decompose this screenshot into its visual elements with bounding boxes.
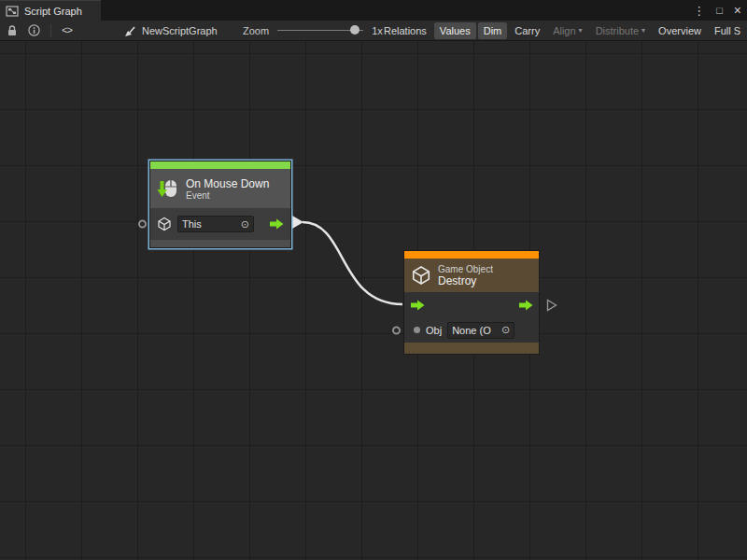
dim-button[interactable]: Dim xyxy=(478,22,508,39)
carry-button[interactable]: Carry xyxy=(509,22,545,39)
flow-output-port[interactable] xyxy=(518,300,533,311)
zoom-label: Zoom xyxy=(243,25,269,36)
value-input-port[interactable] xyxy=(138,220,147,229)
code-icon[interactable]: <> xyxy=(62,25,72,36)
tab-title: Script Graph xyxy=(24,6,82,17)
info-icon[interactable] xyxy=(28,24,40,36)
node-subtitle: Event xyxy=(186,190,269,201)
node-header[interactable]: On Mouse Down Event xyxy=(150,169,290,208)
gameobject-accent-strip xyxy=(404,251,539,259)
script-graph-icon xyxy=(6,5,19,18)
node-title: Destroy xyxy=(438,274,493,287)
align-button: Align ▾ xyxy=(547,22,587,39)
graph-name-group[interactable]: NewScriptGraph xyxy=(123,21,218,40)
obj-port-row: Obj None (O ⊙ xyxy=(404,317,539,343)
window-menu-icon[interactable]: ⋮ xyxy=(693,5,705,17)
tab-script-graph[interactable]: Script Graph xyxy=(0,0,101,21)
distribute-label: Distribute xyxy=(596,25,639,36)
script-graph-window: Script Graph ⋮ □ × <> xyxy=(0,0,747,560)
graph-canvas[interactable]: On Mouse Down Event This ⊙ xyxy=(0,41,747,560)
target-object-field[interactable]: This ⊙ xyxy=(177,216,254,232)
zoom-group: Zoom 1x xyxy=(243,21,383,40)
node-header[interactable]: Game Object Destroy xyxy=(404,259,539,292)
toolbar-separator xyxy=(50,24,51,37)
flow-output-port[interactable] xyxy=(269,218,284,230)
obj-port-dot-icon xyxy=(414,327,420,333)
node-footer xyxy=(150,240,290,247)
target-object-value: This xyxy=(182,218,202,230)
fullscreen-button[interactable]: Full S xyxy=(709,22,746,39)
relations-button[interactable]: Relations xyxy=(378,22,432,39)
game-object-icon xyxy=(411,265,431,286)
maximize-icon[interactable]: □ xyxy=(716,6,723,16)
toolbar-buttons: Relations Values Dim Carry Align ▾ Distr… xyxy=(377,21,747,40)
wire-arrowhead-icon xyxy=(292,216,303,229)
window-controls: ⋮ □ × xyxy=(693,0,741,21)
object-picker-icon[interactable]: ⊙ xyxy=(241,219,249,230)
wire-path[interactable] xyxy=(303,222,402,304)
chevron-down-icon: ▾ xyxy=(579,26,583,35)
obj-label: Obj xyxy=(426,325,442,336)
flow-input-port[interactable] xyxy=(410,300,425,311)
node-port-row: This ⊙ xyxy=(150,208,290,240)
zoom-slider[interactable] xyxy=(277,30,363,31)
node-titles: On Mouse Down Event xyxy=(186,177,269,201)
sequence-triangle-icon[interactable] xyxy=(546,299,557,312)
tab-bar: Script Graph ⋮ □ × xyxy=(0,0,747,21)
obj-object-field[interactable]: None (O ⊙ xyxy=(447,322,514,339)
overview-button[interactable]: Overview xyxy=(653,22,707,39)
align-label: Align xyxy=(553,25,575,36)
node-titles: Game Object Destroy xyxy=(438,264,493,287)
distribute-button: Distribute ▾ xyxy=(590,22,651,39)
connection-wire[interactable] xyxy=(0,41,747,560)
lock-icon[interactable] xyxy=(7,24,18,37)
node-title: On Mouse Down xyxy=(186,177,269,190)
obj-input-port[interactable] xyxy=(392,326,401,334)
node-destroy[interactable]: Game Object Destroy Obj xyxy=(403,250,540,355)
obj-field-value: None (O xyxy=(452,325,491,336)
values-button[interactable]: Values xyxy=(434,22,476,39)
object-picker-icon[interactable]: ⊙ xyxy=(501,325,510,335)
chevron-down-icon: ▾ xyxy=(641,26,645,35)
toolbar-left-group: <> xyxy=(7,21,72,40)
node-category: Game Object xyxy=(438,264,493,274)
game-object-icon xyxy=(157,217,172,231)
mouse-down-icon xyxy=(157,177,179,200)
close-icon[interactable]: × xyxy=(734,4,741,17)
event-accent-strip xyxy=(150,161,290,169)
flow-port-row xyxy=(404,292,539,317)
node-on-mouse-down[interactable]: On Mouse Down Event This ⊙ xyxy=(149,161,291,248)
graph-name: NewScriptGraph xyxy=(142,25,218,36)
zoom-knob[interactable] xyxy=(350,25,359,35)
graph-toolbar: <> NewScriptGraph Zoom 1x Relations Valu… xyxy=(0,21,747,41)
node-footer xyxy=(404,343,539,354)
graph-asset-icon xyxy=(123,24,136,37)
